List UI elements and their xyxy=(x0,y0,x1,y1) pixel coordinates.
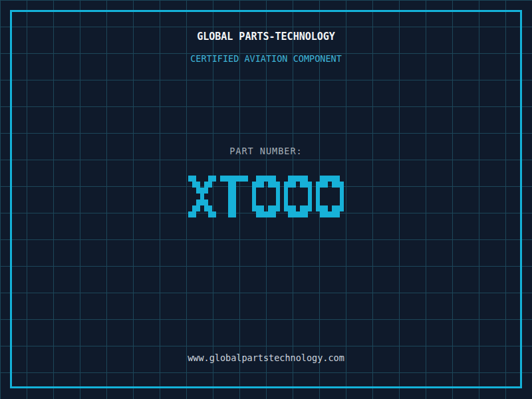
part-number-char xyxy=(220,176,248,217)
company-title: GLOBAL PARTS-TECHNOLOGY xyxy=(0,31,532,42)
part-number-char xyxy=(316,176,344,217)
part-number-char xyxy=(252,176,280,217)
part-number-label: PART NUMBER: xyxy=(0,146,532,156)
part-number-char xyxy=(188,176,216,217)
part-number-char xyxy=(284,176,312,217)
placeholder-image: GLOBAL PARTS-TECHNOLOGY CERTIFIED AVIATI… xyxy=(0,0,532,399)
website-url: www.globalpartstechnology.com xyxy=(0,353,532,362)
certification-subtitle: CERTIFIED AVIATION COMPONENT xyxy=(0,54,532,63)
part-number-value xyxy=(0,176,532,217)
